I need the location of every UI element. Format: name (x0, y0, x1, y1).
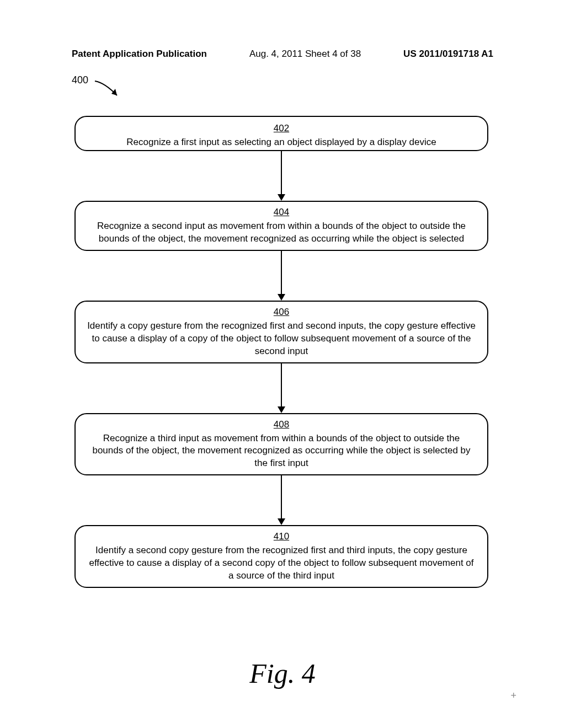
pointer-arrow-icon (94, 80, 127, 102)
arrow-down-icon (278, 518, 285, 525)
node-text: Recognize a second input as movement fro… (97, 221, 466, 244)
arrow-down-icon (278, 294, 285, 301)
figure-reference-number: 400 (72, 74, 88, 86)
flowchart-connector (74, 251, 488, 301)
node-id: 408 (87, 419, 476, 431)
header-date-sheet: Aug. 4, 2011 Sheet 4 of 38 (249, 49, 361, 60)
page-header: Patent Application Publication Aug. 4, 2… (0, 49, 565, 60)
flowchart-connector (74, 151, 488, 201)
header-publication: Patent Application Publication (72, 49, 207, 60)
flowchart-container: 402 Recognize a first input as selecting… (74, 116, 488, 588)
flowchart-connector (74, 475, 488, 525)
arrow-down-icon (278, 194, 285, 201)
flowchart-connector (74, 363, 488, 413)
connector-line (281, 251, 282, 294)
connector-line (281, 475, 282, 518)
node-text: Identify a second copy gesture from the … (89, 545, 473, 581)
node-text: Identify a copy gesture from the recogni… (87, 320, 476, 356)
flowchart-node-406: 406 Identify a copy gesture from the rec… (74, 301, 488, 363)
header-pub-number: US 2011/0191718 A1 (403, 49, 493, 60)
flowchart-node-402: 402 Recognize a first input as selecting… (74, 116, 488, 151)
svg-marker-0 (111, 89, 117, 95)
connector-line (281, 151, 282, 194)
flowchart-node-410: 410 Identify a second copy gesture from … (74, 525, 488, 588)
flowchart-node-408: 408 Recognize a third input as movement … (74, 413, 488, 476)
crop-mark-icon: + (510, 690, 516, 702)
node-id: 402 (87, 122, 476, 135)
node-id: 404 (87, 206, 476, 219)
node-text: Recognize a third input as movement from… (92, 433, 470, 469)
node-text: Recognize a first input as selecting an … (126, 137, 436, 147)
connector-line (281, 363, 282, 406)
flowchart-node-404: 404 Recognize a second input as movement… (74, 201, 488, 251)
node-id: 410 (87, 531, 476, 543)
arrow-down-icon (278, 406, 285, 413)
figure-label: Fig. 4 (0, 657, 565, 689)
node-id: 406 (87, 306, 476, 319)
